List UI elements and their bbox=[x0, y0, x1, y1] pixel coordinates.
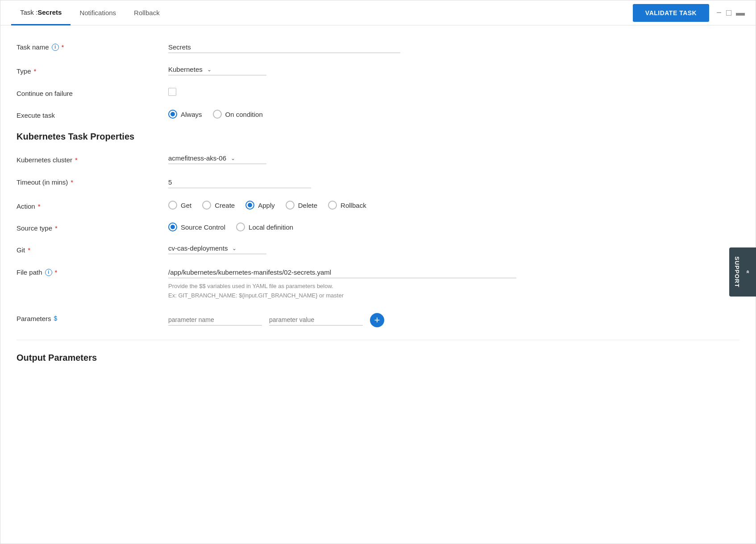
action-delete[interactable]: Delete bbox=[286, 201, 317, 210]
task-name-row: Task name i * bbox=[17, 41, 739, 53]
execute-task-on-condition[interactable]: On condition bbox=[213, 110, 263, 119]
execute-task-always-label: Always bbox=[181, 111, 202, 118]
git-row: Git * cv-cas-deployments ⌄ bbox=[17, 244, 739, 254]
tab-bar: Task :Secrets Notifications Rollback VAL… bbox=[0, 0, 756, 25]
action-row: Action * Get Create Apply bbox=[17, 201, 739, 210]
action-create-radio bbox=[202, 201, 211, 210]
task-name-field bbox=[168, 41, 739, 53]
file-path-label: File path i * bbox=[17, 267, 168, 276]
validate-task-button[interactable]: VALIDATE TASK bbox=[633, 4, 709, 22]
git-value: cv-cas-deployments bbox=[168, 244, 228, 252]
execute-task-on-condition-label: On condition bbox=[225, 111, 263, 118]
task-name-label: Task name i * bbox=[17, 41, 168, 51]
kubernetes-cluster-field: acmefitness-aks-06 ⌄ bbox=[168, 154, 739, 164]
git-label: Git * bbox=[17, 244, 168, 254]
action-get-radio bbox=[168, 201, 177, 210]
action-create-label: Create bbox=[215, 202, 235, 209]
continue-on-failure-field bbox=[168, 88, 739, 96]
git-dropdown[interactable]: cv-cas-deployments ⌄ bbox=[168, 244, 266, 254]
main-content: Task name i * Type * Kubernetes ⌄ bbox=[0, 25, 756, 392]
kubernetes-cluster-dropdown[interactable]: acmefitness-aks-06 ⌄ bbox=[168, 154, 266, 164]
file-path-hint2: Ex: GIT_BRANCH_NAME: ${input.GIT_BRANCH_… bbox=[168, 291, 739, 301]
tab-notifications-label: Notifications bbox=[79, 9, 116, 16]
source-type-row: Source type * Source Control Local defin… bbox=[17, 223, 739, 232]
support-tab[interactable]: « SUPPORT bbox=[729, 247, 756, 297]
task-name-info-icon: i bbox=[52, 44, 59, 51]
timeout-row: Timeout (in mins) * bbox=[17, 177, 739, 188]
type-value: Kubernetes bbox=[168, 66, 203, 73]
action-delete-label: Delete bbox=[298, 202, 317, 209]
tab-rollback[interactable]: Rollback bbox=[125, 1, 169, 25]
execute-task-field: Always On condition bbox=[168, 110, 739, 119]
type-dropdown[interactable]: Kubernetes ⌄ bbox=[168, 66, 266, 75]
kubernetes-cluster-row: Kubernetes cluster * acmefitness-aks-06 … bbox=[17, 154, 739, 164]
git-field: cv-cas-deployments ⌄ bbox=[168, 244, 739, 254]
minimize-button[interactable]: − bbox=[716, 8, 722, 18]
tab-task[interactable]: Task :Secrets bbox=[11, 0, 71, 25]
support-chevron-icon: « bbox=[745, 270, 752, 274]
kubernetes-cluster-arrow: ⌄ bbox=[231, 155, 235, 161]
close-button[interactable]: ▬ bbox=[736, 8, 745, 18]
action-apply-radio bbox=[245, 201, 254, 210]
output-parameters-heading: Output Parameters bbox=[17, 353, 739, 363]
parameters-field: + bbox=[168, 313, 739, 327]
tab-rollback-label: Rollback bbox=[134, 9, 160, 16]
maximize-button[interactable]: □ bbox=[726, 8, 731, 18]
git-required: * bbox=[28, 246, 30, 254]
tab-notifications[interactable]: Notifications bbox=[71, 1, 125, 25]
git-dropdown-arrow: ⌄ bbox=[232, 245, 237, 251]
parameter-value-input[interactable] bbox=[269, 314, 363, 326]
source-type-radio-group: Source Control Local definition bbox=[168, 223, 739, 231]
tab-task-name: Secrets bbox=[37, 8, 62, 16]
file-path-row: File path i * Provide the $$ variables u… bbox=[17, 267, 739, 301]
source-type-local-definition[interactable]: Local definition bbox=[236, 223, 293, 231]
main-window: Task :Secrets Notifications Rollback VAL… bbox=[0, 0, 756, 544]
timeout-field bbox=[168, 177, 739, 188]
source-type-local-definition-label: Local definition bbox=[249, 223, 293, 231]
window-controls: − □ ▬ bbox=[716, 8, 745, 18]
kubernetes-cluster-value: acmefitness-aks-06 bbox=[168, 154, 226, 162]
action-radio-group: Get Create Apply Delete bbox=[168, 201, 739, 210]
file-path-input[interactable] bbox=[168, 267, 516, 278]
tab-task-prefix: Task : bbox=[20, 8, 37, 16]
action-rollback[interactable]: Rollback bbox=[328, 201, 366, 210]
action-label: Action * bbox=[17, 201, 168, 210]
parameters-label: Parameters $ bbox=[17, 313, 168, 322]
execute-task-on-condition-radio bbox=[213, 110, 222, 119]
type-required: * bbox=[34, 67, 37, 75]
action-apply[interactable]: Apply bbox=[245, 201, 275, 210]
action-get-label: Get bbox=[181, 202, 191, 209]
execute-task-label: Execute task bbox=[17, 110, 168, 119]
action-rollback-radio bbox=[328, 201, 337, 210]
action-create[interactable]: Create bbox=[202, 201, 235, 210]
execute-task-radio-group: Always On condition bbox=[168, 110, 739, 119]
support-label: SUPPORT bbox=[734, 256, 740, 288]
source-type-required: * bbox=[55, 224, 58, 232]
kubernetes-cluster-label: Kubernetes cluster * bbox=[17, 154, 168, 164]
add-parameter-button[interactable]: + bbox=[370, 313, 384, 327]
continue-on-failure-row: Continue on failure bbox=[17, 88, 739, 97]
source-type-source-control[interactable]: Source Control bbox=[168, 223, 225, 231]
continue-on-failure-checkbox[interactable] bbox=[168, 88, 176, 96]
type-row: Type * Kubernetes ⌄ bbox=[17, 66, 739, 75]
action-delete-radio bbox=[286, 201, 295, 210]
file-path-hint1: Provide the $$ variables used in YAML fi… bbox=[168, 282, 739, 291]
timeout-label: Timeout (in mins) * bbox=[17, 177, 168, 186]
file-path-hint: Provide the $$ variables used in YAML fi… bbox=[168, 282, 739, 301]
task-name-input[interactable] bbox=[168, 41, 400, 53]
task-name-required: * bbox=[62, 43, 64, 51]
parameter-name-input[interactable] bbox=[168, 314, 262, 326]
timeout-input[interactable] bbox=[168, 177, 311, 188]
type-dropdown-arrow: ⌄ bbox=[207, 66, 212, 73]
execute-task-always[interactable]: Always bbox=[168, 110, 202, 119]
source-type-label: Source type * bbox=[17, 223, 168, 232]
type-label: Type * bbox=[17, 66, 168, 75]
action-field: Get Create Apply Delete bbox=[168, 201, 739, 210]
source-type-source-control-label: Source Control bbox=[181, 223, 225, 231]
type-field: Kubernetes ⌄ bbox=[168, 66, 739, 75]
source-type-local-definition-radio bbox=[236, 223, 245, 231]
output-divider bbox=[17, 340, 739, 340]
action-get[interactable]: Get bbox=[168, 201, 191, 210]
parameters-inputs: + bbox=[168, 313, 739, 327]
file-path-required: * bbox=[55, 268, 58, 276]
